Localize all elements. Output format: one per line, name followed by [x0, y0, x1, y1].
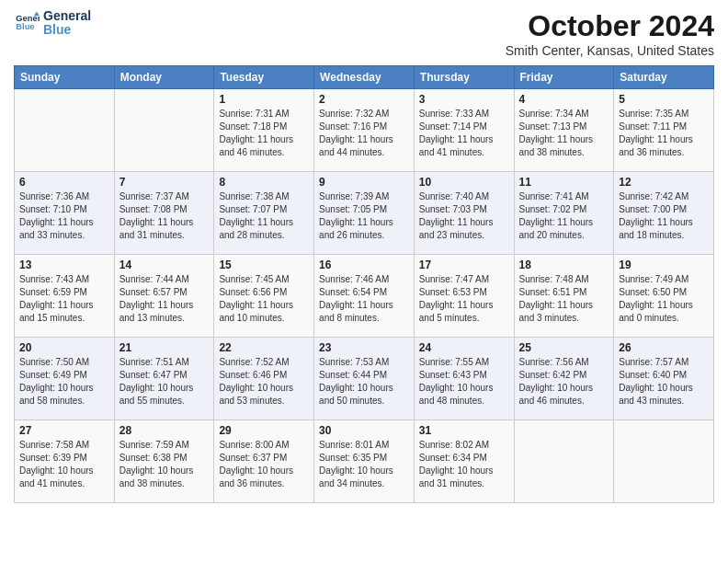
day-info: Sunrise: 7:33 AM Sunset: 7:14 PM Dayligh… [419, 108, 509, 159]
day-number: 22 [219, 341, 309, 354]
logo-text: General Blue [43, 9, 91, 38]
day-info: Sunrise: 7:56 AM Sunset: 6:42 PM Dayligh… [519, 356, 609, 408]
day-number: 21 [119, 341, 210, 354]
page-header: General Blue General Blue October 2024 S… [14, 9, 714, 58]
day-number: 10 [419, 176, 509, 189]
calendar-cell: 18Sunrise: 7:48 AM Sunset: 6:51 PM Dayli… [514, 255, 614, 338]
col-header-monday: Monday [114, 66, 214, 89]
location: Smith Center, Kansas, United States [506, 43, 714, 58]
col-header-saturday: Saturday [614, 66, 714, 89]
calendar-cell: 8Sunrise: 7:38 AM Sunset: 7:07 PM Daylig… [214, 172, 314, 255]
day-info: Sunrise: 7:40 AM Sunset: 7:03 PM Dayligh… [419, 190, 509, 242]
title-block: October 2024 Smith Center, Kansas, Unite… [506, 9, 714, 58]
day-info: Sunrise: 8:00 AM Sunset: 6:37 PM Dayligh… [219, 439, 309, 490]
day-info: Sunrise: 8:01 AM Sunset: 6:35 PM Dayligh… [319, 439, 409, 490]
day-info: Sunrise: 7:51 AM Sunset: 6:47 PM Dayligh… [119, 356, 210, 408]
day-number: 29 [219, 424, 309, 437]
calendar-cell: 28Sunrise: 7:59 AM Sunset: 6:38 PM Dayli… [114, 420, 214, 503]
svg-text:Blue: Blue [16, 22, 34, 31]
calendar-week-4: 20Sunrise: 7:50 AM Sunset: 6:49 PM Dayli… [15, 338, 714, 420]
calendar-cell: 15Sunrise: 7:45 AM Sunset: 6:56 PM Dayli… [214, 255, 314, 338]
calendar-cell: 4Sunrise: 7:34 AM Sunset: 7:13 PM Daylig… [514, 89, 614, 172]
calendar-cell: 31Sunrise: 8:02 AM Sunset: 6:34 PM Dayli… [414, 420, 514, 503]
col-header-thursday: Thursday [414, 66, 514, 89]
calendar-week-3: 13Sunrise: 7:43 AM Sunset: 6:59 PM Dayli… [15, 255, 714, 338]
day-number: 15 [219, 259, 309, 271]
day-number: 9 [319, 176, 409, 189]
calendar-cell: 13Sunrise: 7:43 AM Sunset: 6:59 PM Dayli… [15, 255, 115, 338]
calendar-cell [514, 420, 614, 503]
calendar-cell: 27Sunrise: 7:58 AM Sunset: 6:39 PM Dayli… [15, 420, 115, 503]
calendar-cell: 30Sunrise: 8:01 AM Sunset: 6:35 PM Dayli… [314, 420, 415, 503]
calendar-week-1: 1Sunrise: 7:31 AM Sunset: 7:18 PM Daylig… [15, 89, 714, 172]
day-info: Sunrise: 7:46 AM Sunset: 6:54 PM Dayligh… [319, 273, 409, 325]
calendar-cell: 22Sunrise: 7:52 AM Sunset: 6:46 PM Dayli… [214, 338, 314, 420]
day-info: Sunrise: 7:36 AM Sunset: 7:10 PM Dayligh… [19, 190, 109, 242]
day-info: Sunrise: 7:37 AM Sunset: 7:08 PM Dayligh… [119, 190, 210, 242]
calendar-week-2: 6Sunrise: 7:36 AM Sunset: 7:10 PM Daylig… [15, 172, 714, 255]
calendar-cell: 20Sunrise: 7:50 AM Sunset: 6:49 PM Dayli… [15, 338, 115, 420]
day-number: 7 [119, 176, 210, 189]
calendar-cell: 16Sunrise: 7:46 AM Sunset: 6:54 PM Dayli… [314, 255, 415, 338]
calendar-cell: 24Sunrise: 7:55 AM Sunset: 6:43 PM Dayli… [414, 338, 514, 420]
day-info: Sunrise: 7:35 AM Sunset: 7:11 PM Dayligh… [619, 108, 709, 159]
calendar-cell: 29Sunrise: 8:00 AM Sunset: 6:37 PM Dayli… [214, 420, 314, 503]
day-info: Sunrise: 7:42 AM Sunset: 7:00 PM Dayligh… [619, 190, 709, 242]
day-number: 18 [519, 259, 609, 271]
logo: General Blue General Blue [14, 9, 91, 38]
day-number: 26 [619, 341, 709, 354]
day-info: Sunrise: 7:49 AM Sunset: 6:50 PM Dayligh… [619, 273, 709, 325]
col-header-wednesday: Wednesday [314, 66, 415, 89]
calendar-cell [114, 89, 214, 172]
col-header-sunday: Sunday [15, 66, 115, 89]
day-info: Sunrise: 7:50 AM Sunset: 6:49 PM Dayligh… [19, 356, 109, 408]
day-number: 19 [619, 259, 709, 271]
day-info: Sunrise: 8:02 AM Sunset: 6:34 PM Dayligh… [419, 439, 509, 490]
calendar-cell: 14Sunrise: 7:44 AM Sunset: 6:57 PM Dayli… [114, 255, 214, 338]
calendar-cell: 6Sunrise: 7:36 AM Sunset: 7:10 PM Daylig… [15, 172, 115, 255]
day-number: 6 [19, 176, 109, 189]
day-number: 28 [119, 424, 210, 437]
day-number: 31 [419, 424, 509, 437]
day-info: Sunrise: 7:58 AM Sunset: 6:39 PM Dayligh… [19, 439, 109, 490]
day-info: Sunrise: 7:39 AM Sunset: 7:05 PM Dayligh… [319, 190, 409, 242]
day-number: 3 [419, 93, 509, 106]
calendar-cell: 23Sunrise: 7:53 AM Sunset: 6:44 PM Dayli… [314, 338, 415, 420]
day-info: Sunrise: 7:52 AM Sunset: 6:46 PM Dayligh… [219, 356, 309, 408]
day-number: 20 [19, 341, 109, 354]
calendar-week-5: 27Sunrise: 7:58 AM Sunset: 6:39 PM Dayli… [15, 420, 714, 503]
day-info: Sunrise: 7:38 AM Sunset: 7:07 PM Dayligh… [219, 190, 309, 242]
day-number: 4 [519, 93, 609, 106]
calendar-cell [614, 420, 714, 503]
day-number: 24 [419, 341, 509, 354]
calendar-cell: 10Sunrise: 7:40 AM Sunset: 7:03 PM Dayli… [414, 172, 514, 255]
day-number: 12 [619, 176, 709, 189]
day-number: 1 [219, 93, 309, 106]
day-info: Sunrise: 7:53 AM Sunset: 6:44 PM Dayligh… [319, 356, 409, 408]
day-number: 13 [19, 259, 109, 271]
calendar-cell: 21Sunrise: 7:51 AM Sunset: 6:47 PM Dayli… [114, 338, 214, 420]
logo-icon: General Blue [14, 10, 40, 36]
calendar-cell: 7Sunrise: 7:37 AM Sunset: 7:08 PM Daylig… [114, 172, 214, 255]
day-info: Sunrise: 7:47 AM Sunset: 6:53 PM Dayligh… [419, 273, 509, 325]
calendar-cell: 26Sunrise: 7:57 AM Sunset: 6:40 PM Dayli… [614, 338, 714, 420]
day-number: 27 [19, 424, 109, 437]
day-number: 23 [319, 341, 409, 354]
calendar-cell: 17Sunrise: 7:47 AM Sunset: 6:53 PM Dayli… [414, 255, 514, 338]
day-number: 25 [519, 341, 609, 354]
day-number: 8 [219, 176, 309, 189]
day-info: Sunrise: 7:41 AM Sunset: 7:02 PM Dayligh… [519, 190, 609, 242]
calendar-cell: 25Sunrise: 7:56 AM Sunset: 6:42 PM Dayli… [514, 338, 614, 420]
calendar-cell: 5Sunrise: 7:35 AM Sunset: 7:11 PM Daylig… [614, 89, 714, 172]
calendar-cell: 11Sunrise: 7:41 AM Sunset: 7:02 PM Dayli… [514, 172, 614, 255]
day-info: Sunrise: 7:48 AM Sunset: 6:51 PM Dayligh… [519, 273, 609, 325]
day-number: 5 [619, 93, 709, 106]
calendar-cell: 1Sunrise: 7:31 AM Sunset: 7:18 PM Daylig… [214, 89, 314, 172]
day-number: 2 [319, 93, 409, 106]
day-info: Sunrise: 7:45 AM Sunset: 6:56 PM Dayligh… [219, 273, 309, 325]
calendar-cell: 19Sunrise: 7:49 AM Sunset: 6:50 PM Dayli… [614, 255, 714, 338]
calendar-cell [15, 89, 115, 172]
day-number: 17 [419, 259, 509, 271]
day-number: 30 [319, 424, 409, 437]
day-info: Sunrise: 7:57 AM Sunset: 6:40 PM Dayligh… [619, 356, 709, 408]
